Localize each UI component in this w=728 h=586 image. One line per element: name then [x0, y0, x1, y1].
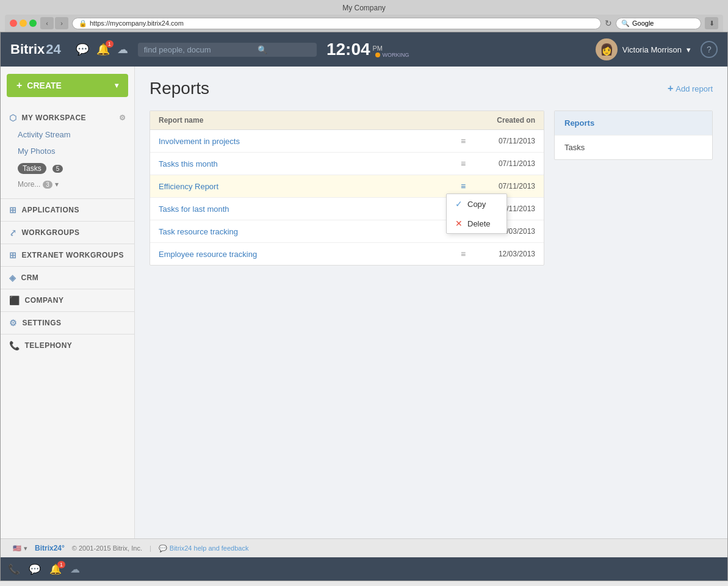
clock-display: 12:04 — [326, 41, 370, 58]
logo-24: 24 — [46, 42, 60, 57]
crm-icon: ◈ — [9, 273, 16, 283]
sidebar-item-settings[interactable]: ⚙ SETTINGS — [1, 314, 134, 331]
add-report-plus-icon: + — [668, 83, 673, 94]
report-name-employee-resource[interactable]: Employee resource tracking — [159, 250, 457, 259]
report-name-efficiency[interactable]: Efficiency Report — [159, 182, 457, 191]
close-dot[interactable] — [10, 20, 17, 27]
report-name-task-resource[interactable]: Task resource tracking — [159, 227, 457, 236]
create-button[interactable]: + CREATE ▾ — [7, 74, 128, 97]
panel-item-tasks[interactable]: Tasks — [555, 136, 712, 159]
sidebar-item-activity-stream[interactable]: Activity Stream — [1, 126, 134, 143]
sidebar-item-more[interactable]: More... 3 ▾ — [1, 178, 134, 191]
workspace-icon: ⬡ — [9, 113, 17, 123]
cloud-icon[interactable]: ☁ — [117, 43, 128, 56]
back-button[interactable]: ‹ — [40, 17, 54, 29]
download-button[interactable]: ⬇ — [705, 17, 718, 29]
company-label: COMPANY — [25, 296, 64, 305]
applications-icon: ⊞ — [9, 205, 17, 215]
footer-feedback-link[interactable]: 💬 Bitrix24 help and feedback — [159, 544, 249, 552]
panel-reports-label: Reports — [564, 118, 594, 128]
sidebar-divider-1 — [1, 198, 134, 199]
report-name-involvement[interactable]: Involvement in projects — [159, 137, 457, 146]
header-icons: 💬 🔔 1 ☁ — [76, 43, 128, 56]
row-menu-icon-active[interactable]: ≡ — [457, 181, 469, 191]
forward-button[interactable]: › — [55, 17, 68, 29]
refresh-button[interactable]: ↻ — [605, 18, 612, 28]
add-report-link[interactable]: + Add report — [668, 83, 713, 94]
sidebar-item-applications[interactable]: ⊞ APPLICATIONS — [1, 201, 134, 219]
feedback-label: Bitrix24 help and feedback — [170, 544, 249, 552]
bottom-chat-icon[interactable]: 💬 — [29, 563, 41, 575]
table-header: Report name Created on — [150, 111, 544, 130]
flag-arrow-icon: ▾ — [24, 544, 27, 552]
my-workspace-section: ⬡ MY WORKSPACE ⚙ Activity Stream My Phot… — [1, 104, 134, 196]
minimize-dot[interactable] — [20, 20, 27, 27]
table-row: Employee resource tracking ≡ 12/03/2013 — [150, 243, 544, 265]
main-content: Reports + Add report Report name Created… — [135, 67, 727, 538]
sidebar-item-extranet[interactable]: ⊞ EXTRANET WORKGROUPS — [1, 247, 134, 264]
row-menu-icon[interactable]: ≡ — [457, 136, 469, 146]
report-name-tasks-month[interactable]: Tasks this month — [159, 159, 457, 168]
workgroups-icon: ⤤ — [9, 228, 17, 237]
notification-icon[interactable]: 🔔 1 — [96, 43, 110, 56]
footer-logo[interactable]: Bitrix24° — [35, 544, 65, 552]
footer-divider: | — [150, 544, 151, 552]
extranet-label: EXTRANET WORKGROUPS — [22, 251, 124, 259]
context-menu-delete[interactable]: ✕ Delete — [447, 214, 506, 233]
chat-icon[interactable]: 💬 — [76, 43, 89, 56]
app-footer: 🇺🇸 ▾ Bitrix24° © 2001-2015 Bitrix, Inc. … — [1, 538, 727, 557]
col-name-header: Report name — [159, 116, 462, 125]
help-button[interactable]: ? — [701, 41, 718, 58]
search-placeholder: Google — [632, 20, 654, 27]
workspace-label: MY WORKSPACE — [22, 114, 87, 122]
user-menu[interactable]: 👩 Victoria Morrison ▾ — [596, 38, 691, 60]
row-menu-icon[interactable]: ≡ — [457, 249, 469, 259]
header-search[interactable]: 🔍 — [138, 43, 317, 57]
working-status[interactable]: WORKING — [375, 52, 409, 58]
reports-table: Report name Created on Involvement in pr… — [150, 110, 544, 266]
window-controls — [10, 20, 37, 27]
sidebar: + CREATE ▾ ⬡ MY WORKSPACE ⚙ Activity Str… — [1, 67, 135, 538]
app-logo[interactable]: Bitrix 24 — [10, 42, 61, 57]
settings-label: SETTINGS — [23, 319, 62, 327]
sidebar-item-company[interactable]: ⬛ COMPANY — [1, 292, 134, 309]
report-name-tasks-last[interactable]: Tasks for last month — [159, 204, 457, 214]
reports-sidebar-panel-container: Reports Tasks — [554, 110, 713, 266]
search-input[interactable] — [144, 45, 254, 54]
row-menu-icon[interactable]: ≡ — [457, 159, 469, 168]
maximize-dot[interactable] — [29, 20, 37, 27]
sidebar-divider-2 — [1, 221, 134, 222]
panel-tasks-label: Tasks — [564, 143, 585, 152]
bottom-bar: 📞 💬 🔔 1 ☁ — [1, 557, 727, 581]
sidebar-item-workgroups[interactable]: ⤤ WORKGROUPS — [1, 224, 134, 241]
sidebar-item-telephony[interactable]: 📞 TELEPHONY — [1, 337, 134, 354]
create-label: CREATE — [27, 81, 62, 90]
language-selector[interactable]: 🇺🇸 ▾ — [13, 544, 27, 552]
workgroups-label: WORKGROUPS — [22, 228, 80, 237]
bottom-notification-icon[interactable]: 🔔 1 — [49, 563, 62, 575]
extranet-icon: ⊞ — [9, 250, 17, 260]
app-header: Bitrix 24 💬 🔔 1 ☁ 🔍 12:04 PM WORKING — [1, 32, 727, 67]
flag-icon: 🇺🇸 — [13, 544, 21, 552]
search-icon: 🔍 — [621, 20, 630, 27]
sidebar-item-tasks[interactable]: Tasks 5 — [1, 159, 134, 178]
sidebar-divider-7 — [1, 334, 134, 335]
sidebar-item-crm[interactable]: ◈ CRM — [1, 269, 134, 286]
sidebar-item-my-photos[interactable]: My Photos — [1, 143, 134, 159]
copy-label: Copy — [467, 200, 486, 209]
reports-main: Report name Created on Involvement in pr… — [150, 110, 544, 266]
gear-icon[interactable]: ⚙ — [119, 114, 126, 122]
bottom-cloud-icon[interactable]: ☁ — [70, 563, 80, 575]
bottom-phone-icon[interactable]: 📞 — [8, 563, 20, 575]
panel-item-reports[interactable]: Reports — [555, 111, 712, 136]
feedback-icon: 💬 — [159, 544, 167, 552]
telephony-label: TELEPHONY — [25, 341, 73, 350]
browser-search[interactable]: 🔍 Google — [616, 18, 701, 29]
report-date: 07/11/2013 — [474, 137, 535, 145]
table-row: Involvement in projects ≡ 07/11/2013 — [150, 130, 544, 153]
context-menu-copy[interactable]: ✓ Copy — [447, 194, 506, 214]
url-bar[interactable]: 🔒 https://mycompany.bitrix24.com — [72, 18, 601, 29]
activity-stream-label: Activity Stream — [18, 130, 71, 139]
sidebar-item-my-workspace[interactable]: ⬡ MY WORKSPACE ⚙ — [1, 109, 134, 126]
delete-icon: ✕ — [455, 219, 463, 228]
